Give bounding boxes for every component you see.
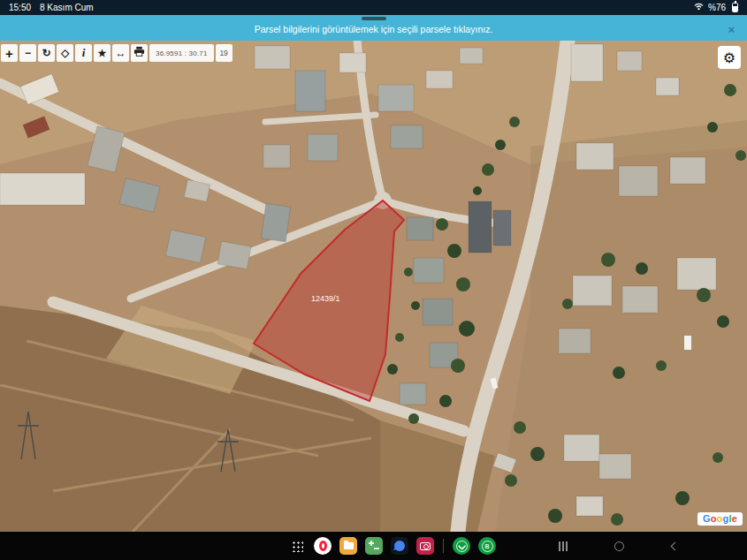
home-icon xyxy=(614,541,624,551)
status-date: 8 Kasım Cum xyxy=(40,3,94,12)
favorites-button[interactable]: ★ xyxy=(94,44,111,62)
refresh-button[interactable]: ↻ xyxy=(38,44,55,62)
battery-percent: %76 xyxy=(708,3,726,12)
print-button[interactable] xyxy=(131,44,148,62)
status-bar: 15:50 8 Kasım Cum %76 xyxy=(0,0,747,15)
nav-buttons xyxy=(552,532,686,560)
coordinates-readout: 36.9591 : 30.71 xyxy=(149,44,214,62)
camera-icon[interactable] xyxy=(416,537,434,555)
zoom-extent-button[interactable]: ◇ xyxy=(57,44,73,62)
map-toolbar: + − ↻ ◇ i ★ ↔ 36.9591 : 30.71 19 xyxy=(1,44,232,62)
measure-button[interactable]: ↔ xyxy=(112,44,129,62)
info-button[interactable]: i xyxy=(75,44,92,62)
gear-icon: ⚙ xyxy=(723,49,736,66)
taskbar: B xyxy=(0,532,747,560)
satellite-imagery: 12439/1 xyxy=(0,41,747,532)
zoom-in-button[interactable]: + xyxy=(1,44,18,62)
apps-grid-icon[interactable] xyxy=(288,537,306,555)
messages-icon[interactable] xyxy=(391,537,408,555)
zoom-out-button[interactable]: − xyxy=(19,44,36,62)
google-letter: o xyxy=(711,513,717,524)
my-files-icon[interactable] xyxy=(339,537,357,555)
sheet-drag-handle[interactable] xyxy=(362,17,386,20)
whatsapp-icon[interactable] xyxy=(453,537,470,555)
wifi-icon xyxy=(694,3,704,12)
google-letter: G xyxy=(703,513,711,524)
back-button[interactable] xyxy=(663,532,686,560)
status-time: 15:50 xyxy=(9,3,31,12)
parcel-info-banner: Parsel bilgilerini görüntülemek için seç… xyxy=(0,15,747,41)
satellite-map[interactable]: 12439/1 + − ↻ ◇ i ★ ↔ 36.9591 : 30.71 xyxy=(0,41,747,532)
calculator-icon[interactable] xyxy=(365,537,383,555)
whatsapp-business-icon[interactable]: B xyxy=(478,537,496,555)
opera-icon[interactable] xyxy=(314,537,332,555)
banner-close-icon[interactable]: × xyxy=(728,24,735,35)
home-button[interactable] xyxy=(607,532,630,560)
settings-button[interactable]: ⚙ xyxy=(718,46,741,69)
printer-icon xyxy=(133,46,145,60)
recents-button[interactable] xyxy=(552,532,575,560)
back-icon xyxy=(670,541,679,550)
zoom-level-readout: 19 xyxy=(216,44,232,62)
battery-icon xyxy=(732,3,738,12)
recents-icon xyxy=(559,541,568,551)
banner-message: Parsel bilgilerini görüntülemek için seç… xyxy=(255,24,493,34)
parcel-label: 12439/1 xyxy=(311,294,340,303)
app-dock: B xyxy=(288,532,496,560)
google-logo: Google xyxy=(697,512,743,526)
google-letter: e xyxy=(732,513,737,524)
screen: 15:50 8 Kasım Cum %76 Parsel bilgilerini… xyxy=(0,0,747,560)
dock-divider xyxy=(443,539,444,553)
